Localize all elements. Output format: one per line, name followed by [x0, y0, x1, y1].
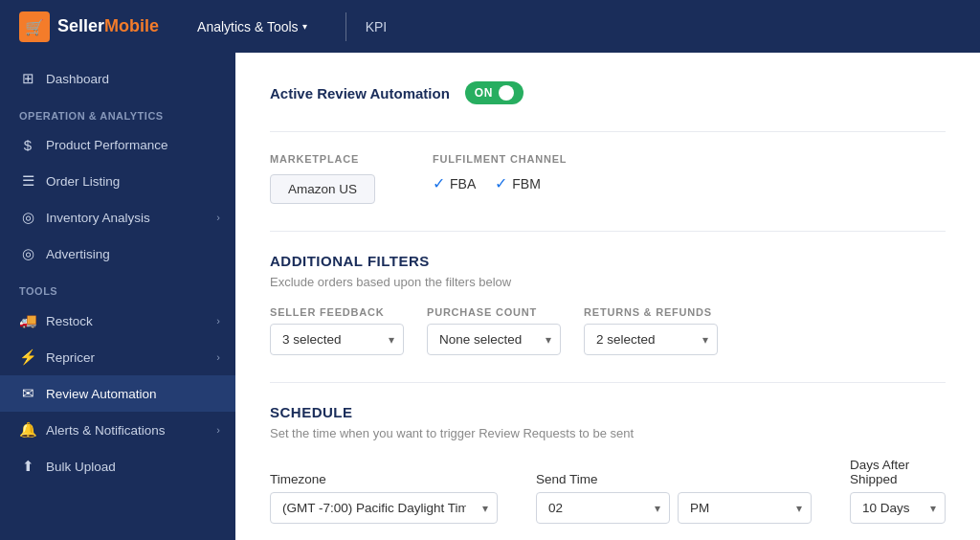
sidebar-item-label: Order Listing	[46, 174, 120, 189]
seller-feedback-select[interactable]: 3 selected	[270, 324, 404, 355]
days-select-wrapper: 10 Days	[850, 492, 946, 524]
send-time-hour-select[interactable]: 02	[536, 492, 670, 524]
sidebar-item-product-performance[interactable]: $ Product Performance	[0, 127, 235, 163]
sidebar-item-order-listing[interactable]: ☰ Order Listing	[0, 163, 235, 199]
nav-divider	[345, 12, 346, 41]
main-layout: ⊞ Dashboard OPERATION & ANALYTICS $ Prod…	[0, 53, 980, 540]
chevron-right-icon: ›	[216, 315, 220, 326]
purchase-count-filter: PURCHASE COUNT None selected	[427, 306, 561, 355]
svg-text:🛒: 🛒	[25, 18, 44, 36]
timezone-select-wrapper: (GMT -7:00) Pacific Daylight Time (US &	[270, 492, 498, 524]
sidebar-item-bulk-upload[interactable]: ⬆ Bulk Upload	[0, 448, 235, 484]
purchase-count-select[interactable]: None selected	[427, 324, 561, 355]
inventory-icon: ◎	[19, 209, 36, 226]
logo-seller-text: Seller	[57, 16, 104, 36]
dashboard-icon: ⊞	[19, 70, 36, 87]
schedule-title: SCHEDULE	[270, 404, 946, 420]
sidebar-item-label: Repricer	[46, 350, 95, 365]
sidebar-item-label: Product Performance	[46, 138, 168, 152]
sidebar-item-label: Review Automation	[46, 387, 157, 401]
sidebar-item-advertising[interactable]: ◎ Advertising	[0, 236, 235, 272]
sidebar-item-dashboard[interactable]: ⊞ Dashboard	[0, 60, 235, 97]
send-time-period-wrapper: PM	[678, 492, 812, 524]
filters-row: SELLER FEEDBACK 3 selected PURCHASE COUN…	[270, 306, 946, 355]
sidebar-item-inventory-analysis[interactable]: ◎ Inventory Analysis ›	[0, 199, 235, 236]
timezone-label: Timezone	[270, 472, 498, 486]
marketplace-value: Amazon US	[270, 174, 375, 204]
marketplace-fulfilment-row: MARKETPLACE Amazon US FULFILMENT CHANNEL…	[270, 153, 946, 204]
sidebar-item-label: Advertising	[46, 247, 110, 261]
fba-check-icon: ✓	[433, 174, 445, 192]
ara-header: Active Review Automation ON	[270, 81, 946, 104]
seller-feedback-filter: SELLER FEEDBACK 3 selected	[270, 306, 404, 355]
seller-feedback-select-wrapper: 3 selected	[270, 324, 404, 355]
sidebar-item-label: Inventory Analysis	[46, 211, 150, 225]
product-performance-icon: $	[19, 137, 36, 153]
sidebar-item-review-automation[interactable]: ✉ Review Automation	[0, 375, 235, 412]
schedule-subtitle: Set the time when you want to trigger Re…	[270, 426, 946, 440]
returns-refunds-select-wrapper: 2 selected	[584, 324, 718, 355]
chevron-right-icon: ›	[216, 212, 220, 223]
kpi-link[interactable]: KPI	[366, 19, 388, 34]
fbm-option[interactable]: ✓ FBM	[495, 174, 541, 192]
sidebar-item-alerts-notifications[interactable]: 🔔 Alerts & Notifications ›	[0, 412, 235, 448]
seller-feedback-label: SELLER FEEDBACK	[270, 306, 404, 318]
sidebar-item-restock[interactable]: 🚚 Restock ›	[0, 303, 235, 339]
ara-toggle[interactable]: ON	[465, 81, 523, 104]
fulfilment-label: FULFILMENT CHANNEL	[433, 153, 567, 165]
bulk-upload-icon: ⬆	[19, 458, 36, 475]
fba-label: FBA	[450, 176, 476, 191]
timezone-group: Timezone (GMT -7:00) Pacific Daylight Ti…	[270, 472, 498, 524]
fbm-check-icon: ✓	[495, 174, 507, 192]
days-after-shipped-label: Days After Shipped	[850, 458, 946, 486]
sidebar-item-label: Bulk Upload	[46, 460, 116, 474]
send-time-label: Send Time	[536, 472, 812, 486]
days-after-shipped-select[interactable]: 10 Days	[850, 492, 946, 524]
sidebar-item-repricer[interactable]: ⚡ Repricer ›	[0, 339, 235, 375]
send-time-period-select[interactable]: PM	[678, 492, 812, 524]
restock-icon: 🚚	[19, 312, 36, 329]
returns-refunds-filter: RETURNS & REFUNDS 2 selected	[584, 306, 718, 355]
fulfilment-col: FULFILMENT CHANNEL ✓ FBA ✓ FBM	[433, 153, 567, 192]
send-time-group: Send Time 02 PM	[536, 472, 812, 524]
additional-filters-title: ADDITIONAL FILTERS	[270, 253, 946, 269]
fba-option[interactable]: ✓ FBA	[433, 174, 476, 192]
divider-3	[270, 382, 946, 383]
sidebar: ⊞ Dashboard OPERATION & ANALYTICS $ Prod…	[0, 53, 235, 540]
send-time-row: 02 PM	[536, 492, 812, 524]
analytics-tools-label: Analytics & Tools	[197, 19, 299, 34]
sidebar-item-label: Alerts & Notifications	[46, 423, 166, 438]
days-after-shipped-group: Days After Shipped 10 Days	[850, 458, 946, 524]
order-listing-icon: ☰	[19, 172, 36, 190]
top-navigation: 🛒 Seller Mobile Analytics & Tools ▾ KPI	[0, 0, 980, 53]
marketplace-col: MARKETPLACE Amazon US	[270, 153, 375, 204]
schedule-row: Timezone (GMT -7:00) Pacific Daylight Ti…	[270, 458, 946, 524]
chevron-right-icon: ›	[216, 424, 220, 436]
returns-refunds-label: RETURNS & REFUNDS	[584, 306, 718, 318]
kpi-label: KPI	[366, 19, 388, 34]
main-content: Active Review Automation ON MARKETPLACE …	[235, 53, 980, 540]
review-automation-icon: ✉	[19, 385, 36, 402]
toggle-label: ON	[475, 86, 493, 100]
advertising-icon: ◎	[19, 245, 36, 262]
repricer-icon: ⚡	[19, 349, 36, 366]
purchase-count-select-wrapper: None selected	[427, 324, 561, 355]
send-time-hour-wrapper: 02	[536, 492, 670, 524]
additional-filters-subtitle: Exclude orders based upon the filters be…	[270, 275, 946, 289]
fulfilment-options: ✓ FBA ✓ FBM	[433, 174, 567, 192]
marketplace-label: MARKETPLACE	[270, 153, 375, 165]
fbm-label: FBM	[512, 176, 541, 191]
analytics-tools-link[interactable]: Analytics & Tools ▾	[197, 19, 307, 34]
analytics-chevron-icon: ▾	[302, 21, 307, 32]
purchase-count-label: PURCHASE COUNT	[427, 306, 561, 318]
divider-1	[270, 131, 946, 132]
sidebar-item-label: Restock	[46, 314, 93, 328]
alerts-icon: 🔔	[19, 421, 36, 439]
chevron-right-icon: ›	[216, 351, 220, 363]
sidebar-section-operation: OPERATION & ANALYTICS	[0, 97, 235, 127]
sidebar-item-label: Dashboard	[46, 72, 109, 86]
logo[interactable]: 🛒 Seller Mobile	[19, 11, 159, 42]
sidebar-section-tools: TOOLS	[0, 272, 235, 303]
returns-refunds-select[interactable]: 2 selected	[584, 324, 718, 355]
timezone-select[interactable]: (GMT -7:00) Pacific Daylight Time (US &	[270, 492, 498, 524]
